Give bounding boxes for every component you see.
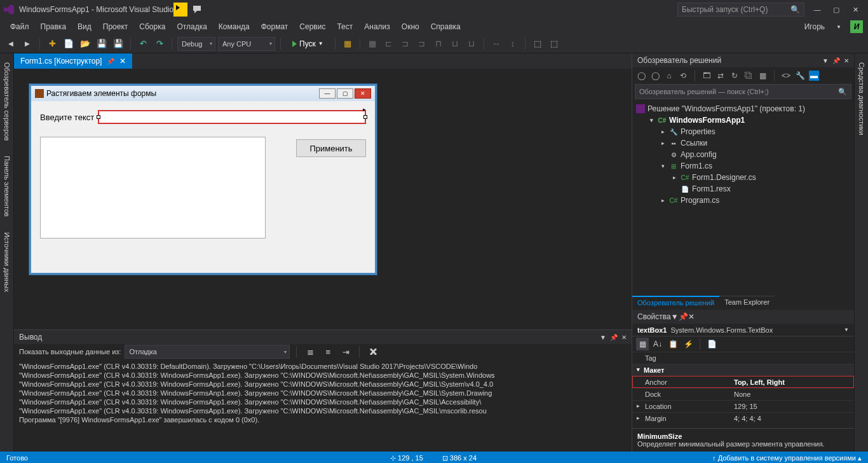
properties-grid[interactable]: Tag▾МакетAnchorTop, Left, RightDockNone▸… [632,352,854,428]
tab-solution-explorer[interactable]: Обозреватель решений [632,296,719,310]
resize-handle-left[interactable] [97,115,100,119]
resize-handle-right[interactable] [363,115,367,119]
prop-close-icon[interactable]: ✕ [688,312,695,321]
tree-appconfig[interactable]: ⚙App.config [632,149,854,160]
menu-item[interactable]: Команда [214,20,255,33]
menu-item[interactable]: Анализ [359,20,395,33]
new-project-button[interactable]: ✚ [45,37,59,51]
tree-properties[interactable]: ▸🔧Properties [632,126,854,137]
config-combo[interactable]: Debug [177,37,215,51]
se-prop-icon[interactable]: 🔧 [795,71,805,80]
status-vcs-add[interactable]: ↑ Добавить в систему управления версиями… [712,454,862,462]
minimize-button[interactable]: ― [808,3,826,16]
output-source-combo[interactable]: Отладка [125,345,290,359]
tree-program[interactable]: ▸C#Program.cs [632,195,854,206]
design-form-window[interactable]: Растягиваем элементы формы ― ▢ ✕ Введите… [29,84,377,275]
rail-tab-diagnostics[interactable]: Средства диагностики [857,59,867,139]
se-dropdown-icon[interactable]: ▼ [822,57,829,64]
tree-references[interactable]: ▸▪▪Ссылки [632,137,854,149]
menu-item[interactable]: Формат [256,20,294,33]
menu-item[interactable]: Отладка [172,20,212,33]
prop-alpha-icon[interactable]: A↓ [651,338,664,350]
close-tab-icon[interactable]: ✕ [119,57,126,66]
solution-tree[interactable]: Решение "WindowsFormsApp1" (проектов: 1)… [632,102,854,296]
se-back-icon[interactable]: ◯ [636,71,646,80]
send-back-icon[interactable]: ⬚ [547,37,561,51]
property-row-макет[interactable]: ▾Макет [632,364,854,376]
new-file-button[interactable]: 📄 [62,37,76,51]
rail-tab-server-explorer[interactable]: Обозреватель серверов [2,59,12,144]
output-text[interactable]: "WindowsFormsApp1.exe" (CLR v4.0.30319: … [14,359,632,452]
maximize-button[interactable]: ▢ [827,3,845,16]
tab-team-explorer[interactable]: Team Explorer [719,296,775,310]
layout-button[interactable]: ▦ [341,37,355,51]
prop-pin-icon[interactable]: 📌 [679,312,688,321]
se-close-icon[interactable]: ✕ [844,57,849,64]
output-clear-icon[interactable]: ≣ [303,345,317,359]
property-row-location[interactable]: ▸Location129; 15 [632,400,854,412]
se-code-icon[interactable]: <> [781,71,791,80]
output-wrap-icon[interactable]: ≡ [321,345,335,359]
nav-back-button[interactable]: ◄ [4,37,18,51]
menu-item[interactable]: Справка [426,20,466,33]
rail-tab-data-sources[interactable]: Источники данных [2,228,12,296]
undo-button[interactable]: ↶ [136,37,150,51]
save-button[interactable]: 💾 [95,37,109,51]
output-clear2-icon[interactable]: 🗙 [366,345,380,359]
property-row-dock[interactable]: DockNone [632,388,854,400]
tree-solution[interactable]: Решение "WindowsFormsApp1" (проектов: 1) [632,103,854,114]
properties-object-combo[interactable]: textBox1System.Windows.Forms.TextBox▼ [632,324,854,336]
property-row-margin[interactable]: ▸Margin4; 4; 4; 4 [632,412,854,424]
property-row-tag[interactable]: Tag [632,352,854,364]
se-home-icon[interactable]: ⌂ [664,71,674,80]
tree-form1-designer[interactable]: ▸C#Form1.Designer.cs [632,172,854,183]
se-pin-icon[interactable]: 📌 [832,57,840,64]
nav-fwd-button[interactable]: ► [20,37,34,51]
property-row-anchor[interactable]: AnchorTop, Left, Right [632,376,854,388]
menu-item[interactable]: Проект [98,20,133,33]
start-debug-button[interactable]: Пуск ▼ [286,39,330,48]
smart-tag-icon[interactable]: ▸ [363,106,366,113]
menu-item[interactable]: Правка [36,20,72,33]
user-name[interactable]: Игорь [799,20,830,33]
prop-events-icon[interactable]: ⚡ [682,338,695,350]
prop-dropdown-icon[interactable]: ▼ [671,312,679,321]
menu-item[interactable]: Файл [5,20,34,33]
panel-dropdown-icon[interactable]: ▼ [600,334,606,341]
textbox1-selected[interactable]: ▸ [98,110,366,124]
prop-categorized-icon[interactable]: ▦ [636,338,649,350]
se-showall-icon[interactable]: ▦ [757,71,768,80]
output-goto-icon[interactable]: ⇥ [339,345,353,359]
tree-project[interactable]: ▾C#WindowsFormsApp1 [632,114,854,126]
se-refresh-icon[interactable]: ↻ [729,71,740,80]
label-input[interactable]: Введите текст [40,113,94,122]
document-tab-form1[interactable]: Form1.cs [Конструктор] 📌 ✕ [14,53,132,69]
open-button[interactable]: 📂 [78,37,92,51]
solution-explorer-search[interactable]: Обозреватель решений — поиск (Ctrl+;)🔍 [635,84,851,99]
textbox2-multiline[interactable] [40,137,266,238]
menu-item[interactable]: Окно [397,20,424,33]
menu-item[interactable]: Сервис [294,20,330,33]
prop-props-icon[interactable]: 📋 [667,338,679,350]
notification-flag-icon[interactable] [173,3,187,17]
menu-item[interactable]: Вид [72,20,97,33]
rail-tab-toolbox[interactable]: Панель элементов [2,152,12,221]
form-designer-surface[interactable]: Растягиваем элементы формы ― ▢ ✕ Введите… [14,69,632,329]
se-sync-icon[interactable]: ⟲ [678,71,688,80]
close-button[interactable]: ✕ [846,3,864,16]
apply-button[interactable]: Применить [296,139,366,157]
bring-front-icon[interactable]: ⬚ [531,37,545,51]
se-fwd-icon[interactable]: ◯ [650,71,660,80]
se-scope-icon[interactable]: 🗔 [702,71,712,80]
platform-combo[interactable]: Any CPU [218,37,275,51]
quick-launch-input[interactable]: Быстрый запуск (Ctrl+Q) 🔍 [677,3,804,17]
save-all-button[interactable]: 💾 [111,37,125,51]
panel-pin-icon[interactable]: 📌 [610,334,618,341]
se-preview-icon[interactable]: ▬ [809,71,819,81]
tree-form1[interactable]: ▾⊞Form1.cs [632,160,854,172]
redo-button[interactable]: ↷ [153,37,166,51]
se-copy-icon[interactable]: ⿻ [743,71,754,80]
prop-page-icon[interactable]: 📄 [705,338,718,350]
panel-close-icon[interactable]: ✕ [621,334,627,341]
tree-form1-resx[interactable]: 📄Form1.resx [632,183,854,195]
